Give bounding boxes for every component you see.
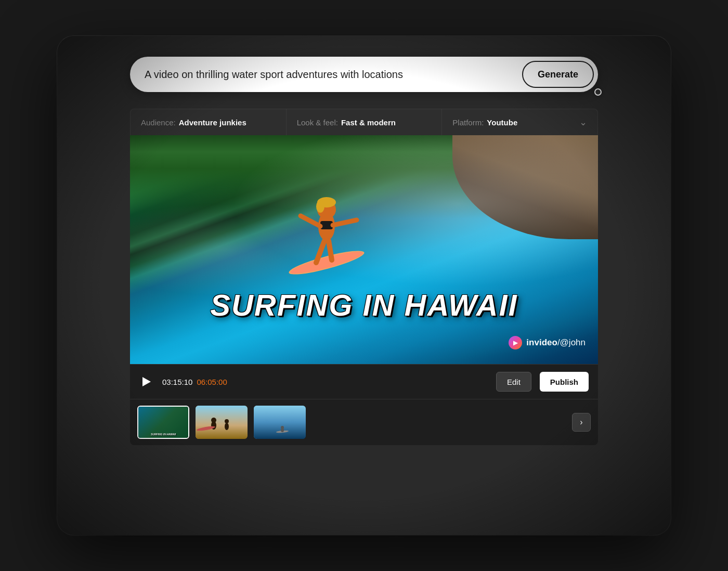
publish-button[interactable]: Publish [540, 372, 589, 392]
controls-bar: 03:15:10 06:05:00 Edit Publish [130, 364, 598, 399]
play-icon [142, 377, 151, 386]
look-value: Fast & modern [341, 118, 396, 127]
search-bar: Generate [130, 57, 598, 92]
thumbnail-strip: SURFING IN HAWAII [130, 399, 598, 445]
video-player[interactable]: SURFING IN HAWAII ▶ invideo/@john [130, 135, 598, 364]
svg-line-5 [329, 241, 332, 260]
look-feel-option[interactable]: Look & feel: Fast & modern [287, 109, 443, 135]
thumb-bg-2 [196, 406, 248, 439]
look-label: Look & feel: [297, 118, 338, 127]
thumbnail-2[interactable] [196, 406, 248, 439]
search-input[interactable] [145, 69, 522, 81]
brand-watermark: ▶ invideo/@john [509, 336, 586, 349]
brand-name: invideo/@john [526, 338, 586, 348]
svg-point-10 [316, 200, 324, 213]
next-button[interactable]: › [572, 413, 591, 432]
thumbnail-3[interactable] [254, 406, 306, 439]
time-total: 06:05:00 [197, 378, 227, 386]
chevron-down-icon: ⌄ [579, 116, 587, 128]
play-button[interactable] [139, 374, 154, 389]
audience-value: Adventure junkies [179, 118, 246, 127]
main-content: Audience: Adventure junkies Look & feel:… [130, 109, 598, 445]
audience-label: Audience: [141, 118, 176, 127]
svg-line-6 [301, 216, 320, 226]
video-background: SURFING IN HAWAII ▶ invideo/@john [130, 135, 598, 364]
generate-button[interactable]: Generate [522, 61, 594, 88]
video-title-overlay: SURFING IN HAWAII [130, 288, 598, 322]
surfer-figure [285, 164, 368, 280]
options-bar: Audience: Adventure junkies Look & feel:… [130, 109, 598, 135]
svg-point-14 [211, 418, 216, 423]
thumbnail-1[interactable]: SURFING IN HAWAII [137, 406, 189, 439]
svg-rect-12 [196, 406, 248, 439]
brand-logo-icon: ▶ [509, 336, 522, 349]
platform-option[interactable]: Platform: Youtube ⌄ [442, 109, 597, 135]
platform-label: Platform: [452, 118, 484, 127]
platform-value: Youtube [487, 118, 517, 127]
chevron-right-icon: › [580, 418, 582, 427]
audience-option[interactable]: Audience: Adventure junkies [131, 109, 287, 135]
scroll-indicator [594, 88, 602, 96]
time-display: 03:15:10 06:05:00 [162, 378, 227, 386]
thumb-bg-1: SURFING IN HAWAII [138, 407, 188, 438]
device-frame: Generate Audience: Adventure junkies Loo… [57, 36, 671, 535]
svg-line-7 [333, 220, 357, 225]
svg-point-17 [225, 419, 229, 423]
svg-point-16 [225, 423, 229, 430]
video-title: SURFING IN HAWAII [130, 288, 598, 322]
time-current: 03:15:10 [162, 378, 192, 386]
svg-point-21 [281, 426, 284, 429]
thumb-bg-3 [254, 406, 306, 439]
svg-point-1 [289, 248, 364, 278]
edit-button[interactable]: Edit [496, 372, 531, 392]
svg-rect-18 [254, 406, 306, 439]
thumb-1-label: SURFING IN HAWAII [151, 433, 176, 436]
